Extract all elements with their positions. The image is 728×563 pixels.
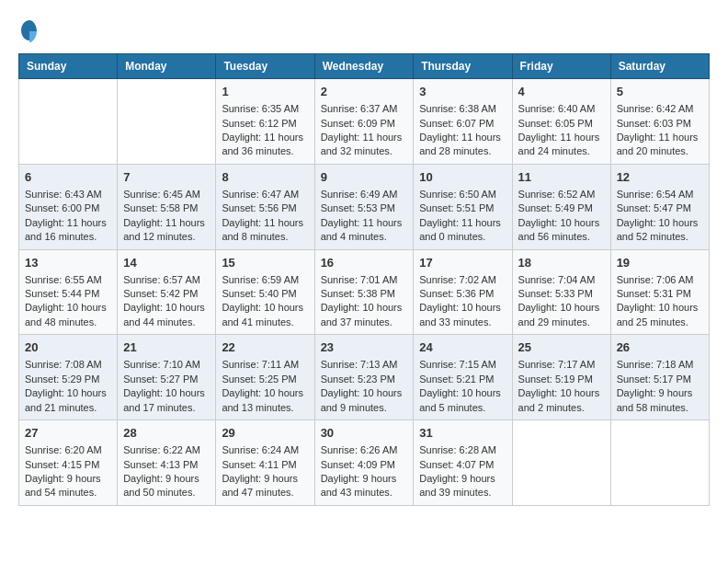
day-info: Daylight: 9 hours <box>617 386 703 400</box>
day-info: Sunset: 5:19 PM <box>518 373 605 386</box>
day-info: Daylight: 10 hours <box>617 216 703 230</box>
calendar-cell: 18Sunrise: 7:04 AMSunset: 5:33 PMDayligh… <box>512 249 610 335</box>
day-info: Daylight: 11 hours <box>123 216 210 230</box>
day-info: and 17 minutes. <box>123 401 210 415</box>
day-info: and 41 minutes. <box>222 316 308 329</box>
day-info: Sunset: 5:23 PM <box>321 373 408 386</box>
day-header-tuesday: Tuesday <box>216 54 314 79</box>
day-info: Sunrise: 6:42 AM <box>617 102 703 116</box>
day-number: 7 <box>123 169 210 186</box>
day-info: Sunset: 6:00 PM <box>25 201 111 215</box>
day-info: Sunrise: 7:10 AM <box>123 358 210 372</box>
day-number: 21 <box>123 339 210 356</box>
calendar-cell: 17Sunrise: 7:02 AMSunset: 5:36 PMDayligh… <box>414 249 512 335</box>
day-info: and 52 minutes. <box>617 230 703 244</box>
day-number: 14 <box>123 255 210 271</box>
header-row: SundayMondayTuesdayWednesdayThursdayFrid… <box>19 54 710 79</box>
week-row-4: 20Sunrise: 7:08 AMSunset: 5:29 PMDayligh… <box>19 335 710 420</box>
day-info: and 48 minutes. <box>25 316 111 329</box>
day-info: and 36 minutes. <box>222 144 308 158</box>
day-number: 19 <box>617 255 703 271</box>
calendar-cell: 5Sunrise: 6:42 AMSunset: 6:03 PMDaylight… <box>610 79 709 165</box>
day-info: Daylight: 10 hours <box>617 301 703 315</box>
day-info: Sunrise: 6:45 AM <box>123 188 210 201</box>
day-info: and 0 minutes. <box>419 230 506 244</box>
day-header-friday: Friday <box>512 54 610 79</box>
day-info: Sunset: 5:44 PM <box>25 287 111 301</box>
week-row-3: 13Sunrise: 6:55 AMSunset: 5:44 PMDayligh… <box>19 249 710 335</box>
day-header-monday: Monday <box>118 54 216 79</box>
day-info: and 56 minutes. <box>518 230 605 244</box>
day-info: Daylight: 10 hours <box>25 386 111 400</box>
day-info: Sunset: 4:09 PM <box>321 458 408 472</box>
day-number: 27 <box>25 425 111 442</box>
calendar-cell <box>118 79 216 165</box>
day-info: Sunrise: 6:28 AM <box>419 443 506 457</box>
day-info: Sunrise: 6:52 AM <box>518 188 605 201</box>
day-number: 2 <box>321 84 408 100</box>
day-number: 13 <box>25 255 111 271</box>
calendar-cell: 26Sunrise: 7:18 AMSunset: 5:17 PMDayligh… <box>610 335 709 420</box>
day-info: Sunrise: 6:55 AM <box>25 273 111 287</box>
calendar-cell: 7Sunrise: 6:45 AMSunset: 5:58 PMDaylight… <box>118 164 216 249</box>
day-info: Sunset: 5:49 PM <box>518 201 605 215</box>
day-number: 1 <box>222 84 308 100</box>
day-info: Daylight: 10 hours <box>321 386 408 400</box>
calendar-cell: 6Sunrise: 6:43 AMSunset: 6:00 PMDaylight… <box>19 164 118 249</box>
day-info: Sunrise: 6:49 AM <box>321 188 408 201</box>
day-info: Daylight: 10 hours <box>123 301 210 315</box>
day-info: Sunset: 4:07 PM <box>419 458 506 472</box>
calendar-cell <box>512 420 610 506</box>
calendar-body: 1Sunrise: 6:35 AMSunset: 6:12 PMDaylight… <box>19 79 710 506</box>
day-number: 8 <box>222 169 308 186</box>
day-info: Sunrise: 7:15 AM <box>419 358 506 372</box>
day-info: Daylight: 11 hours <box>321 131 408 144</box>
calendar-cell: 28Sunrise: 6:22 AMSunset: 4:13 PMDayligh… <box>118 420 216 506</box>
calendar-cell: 12Sunrise: 6:54 AMSunset: 5:47 PMDayligh… <box>610 164 709 249</box>
day-info: Sunset: 6:07 PM <box>419 117 506 131</box>
day-info: and 8 minutes. <box>222 230 308 244</box>
day-info: Sunset: 4:11 PM <box>222 458 308 472</box>
day-number: 4 <box>518 84 605 100</box>
day-info: Sunrise: 7:01 AM <box>321 273 408 287</box>
week-row-2: 6Sunrise: 6:43 AMSunset: 6:00 PMDaylight… <box>19 164 710 249</box>
day-info: and 29 minutes. <box>518 316 605 329</box>
logo <box>18 18 44 44</box>
day-info: Sunset: 5:27 PM <box>123 373 210 386</box>
day-info: Sunrise: 6:59 AM <box>222 273 308 287</box>
day-info: and 54 minutes. <box>25 486 111 500</box>
day-info: Daylight: 10 hours <box>222 386 308 400</box>
day-info: and 9 minutes. <box>321 401 408 415</box>
calendar-cell: 9Sunrise: 6:49 AMSunset: 5:53 PMDaylight… <box>314 164 414 249</box>
day-info: Daylight: 10 hours <box>518 301 605 315</box>
day-info: Sunrise: 6:38 AM <box>419 102 506 116</box>
day-info: and 5 minutes. <box>419 401 506 415</box>
day-number: 10 <box>419 169 506 186</box>
day-info: and 43 minutes. <box>321 486 408 500</box>
day-info: Daylight: 11 hours <box>419 131 506 144</box>
day-number: 17 <box>419 255 506 271</box>
day-info: Sunrise: 6:22 AM <box>123 443 210 457</box>
calendar-cell: 11Sunrise: 6:52 AMSunset: 5:49 PMDayligh… <box>512 164 610 249</box>
day-info: Sunset: 5:47 PM <box>617 201 703 215</box>
calendar-cell: 27Sunrise: 6:20 AMSunset: 4:15 PMDayligh… <box>19 420 118 506</box>
day-info: Daylight: 11 hours <box>321 216 408 230</box>
calendar-cell: 16Sunrise: 7:01 AMSunset: 5:38 PMDayligh… <box>314 249 414 335</box>
day-info: Sunrise: 7:08 AM <box>25 358 111 372</box>
day-number: 23 <box>321 339 408 356</box>
day-number: 3 <box>419 84 506 100</box>
day-info: Sunset: 5:17 PM <box>617 373 703 386</box>
day-info: Daylight: 11 hours <box>222 216 308 230</box>
day-number: 25 <box>518 339 605 356</box>
day-info: Sunset: 6:12 PM <box>222 117 308 131</box>
day-number: 24 <box>419 339 506 356</box>
day-info: Sunset: 5:36 PM <box>419 287 506 301</box>
day-info: Daylight: 11 hours <box>419 216 506 230</box>
day-info: Daylight: 10 hours <box>222 301 308 315</box>
day-info: Sunrise: 6:43 AM <box>25 188 111 201</box>
day-info: Sunset: 6:05 PM <box>518 117 605 131</box>
day-info: Sunset: 5:56 PM <box>222 201 308 215</box>
day-info: Sunrise: 6:47 AM <box>222 188 308 201</box>
day-info: Sunrise: 6:26 AM <box>321 443 408 457</box>
calendar-cell: 29Sunrise: 6:24 AMSunset: 4:11 PMDayligh… <box>216 420 314 506</box>
